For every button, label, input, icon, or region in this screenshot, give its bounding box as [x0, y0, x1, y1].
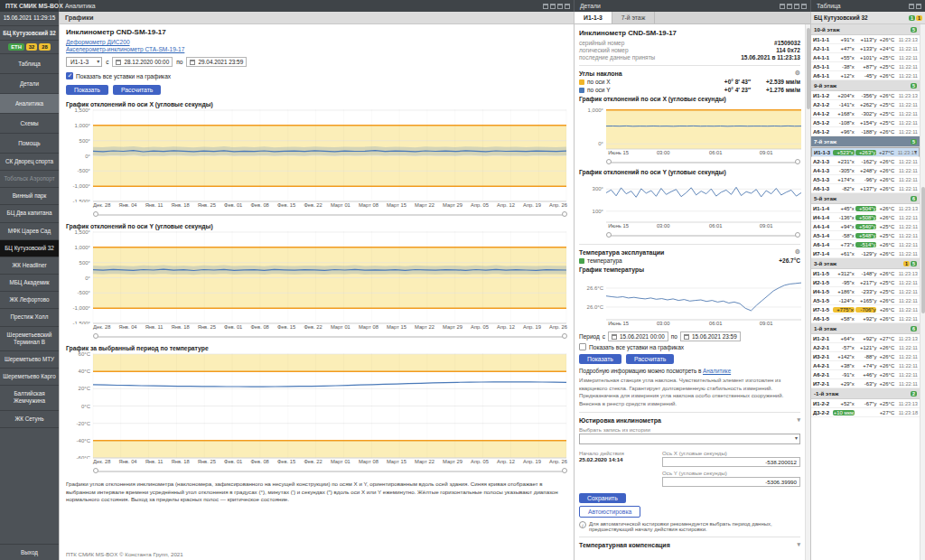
- dock-layout-icon[interactable]: [557, 4, 563, 9]
- sensor-row[interactable]: А6-1-2+96″x-188″y+26°C11:22:11: [811, 127, 920, 136]
- scrollbar-thumb[interactable]: [921, 187, 925, 313]
- floor-header[interactable]: -1-й этаж2: [811, 388, 920, 399]
- slider-handle-left[interactable]: [606, 159, 612, 164]
- sensor-row[interactable]: А5-1-4-58″x+548″y+25°C11:22:11: [811, 231, 920, 240]
- chart-range-slider[interactable]: [93, 210, 567, 219]
- sidebar-object-item[interactable]: Престиж Холл: [0, 309, 59, 326]
- sensor-row[interactable]: А6-1-1+12″x-45″y+26°C11:22:11: [811, 71, 920, 80]
- sensor-row[interactable]: А5-1-5-124″x+165″y+26°C11:22:11: [811, 296, 920, 305]
- gear-icon[interactable]: ⚙: [795, 248, 800, 256]
- dock-layout-icon[interactable]: [916, 4, 921, 9]
- slider-handle-right[interactable]: [562, 468, 567, 473]
- deformometer-link[interactable]: Деформометр ДИС200: [66, 39, 567, 45]
- gear-icon[interactable]: ⚙: [795, 70, 800, 77]
- dock-layout-icon[interactable]: [794, 4, 799, 9]
- scrollbar-thumb[interactable]: [807, 28, 810, 109]
- dock-layout-icon[interactable]: [550, 4, 556, 9]
- details-scrollbar[interactable]: [805, 24, 810, 560]
- sensor-row[interactable]: И2-1-5-95″x+217″y+25°C11:22:11: [811, 278, 920, 287]
- sidebar-object-item[interactable]: Балтийская Жемчужина: [0, 386, 59, 410]
- slider-handle-left[interactable]: [93, 468, 98, 473]
- dock-layout-icon[interactable]: [801, 4, 807, 9]
- sensor-row[interactable]: А2-1-2-141″x+262″y+25°C11:22:11: [811, 100, 920, 109]
- sidebar-nav-item[interactable]: Таблица: [0, 54, 59, 74]
- sensor-row[interactable]: И3-2-1+142″x-88″y+26°C11:22:11: [811, 352, 920, 361]
- slider-handle-right[interactable]: [562, 211, 567, 217]
- sensor-row[interactable]: А4-1-1+55″x+101″y+25°C11:22:11: [811, 53, 920, 62]
- sensor-row[interactable]: А6-1-4+73″x-514″y+26°C11:22:11: [811, 240, 920, 249]
- sensor-row[interactable]: А2-2-1-57″x+121″y+26°C11:22:11: [811, 343, 920, 352]
- adjustment-section-header[interactable]: Юстировка инклинометра▾: [579, 412, 800, 424]
- sidebar-nav-item[interactable]: Детали: [0, 74, 59, 94]
- sensor-row[interactable]: И7-1-4+61″x-129″y+26°C11:22:11: [811, 249, 920, 258]
- sensor-row[interactable]: А6-1-3-82″x+137″y+26°C11:22:11: [811, 184, 920, 193]
- calculate-button[interactable]: Рассчитать: [626, 354, 674, 364]
- analytics-link[interactable]: Аналитике: [703, 368, 731, 374]
- sidebar-object-item[interactable]: МБЦ Академик: [0, 275, 59, 292]
- sensor-row[interactable]: И4-1-5+186″x-233″y+25°C11:22:11: [811, 287, 920, 296]
- sensor-row[interactable]: И1-1-5+312″x-148″y+26°C11:23:13: [811, 269, 920, 278]
- sensor-row[interactable]: А4-1-3-305″x+248″y+26°C11:22:11: [811, 166, 920, 175]
- slider-handle-left[interactable]: [606, 232, 612, 238]
- chart-range-slider[interactable]: [606, 158, 800, 166]
- slider-handle-right[interactable]: [562, 333, 567, 339]
- show-setpoints-checkbox[interactable]: [66, 72, 73, 79]
- sensor-row[interactable]: И7-1-5+775″x-706″y+26°C11:22:11: [811, 305, 920, 314]
- sidebar-nav-item[interactable]: Помощь: [0, 134, 59, 154]
- chart-range-slider[interactable]: [93, 467, 567, 475]
- sidebar-object-item[interactable]: ЖК Лефортово: [0, 292, 59, 309]
- sidebar-object-item[interactable]: ЖК Headliner: [0, 257, 59, 275]
- sensor-row[interactable]: И1-1-4+45″x+504″y+26°C11:23:13: [811, 204, 920, 213]
- chart-range-slider[interactable]: [93, 332, 567, 341]
- sensor-row[interactable]: И1-1-3+523″x+263″y+27°C11:23:13: [811, 147, 920, 157]
- sensor-row[interactable]: А5-1-3+174″x-96″y+26°C11:22:11: [811, 175, 920, 184]
- sensor-row[interactable]: И1-2-1+64″x+92″y+27°C11:23:13: [811, 334, 920, 343]
- sensor-select[interactable]: И1-1-3: [66, 57, 102, 67]
- chart-range-slider[interactable]: [606, 231, 800, 239]
- slider-handle-left[interactable]: [93, 333, 98, 339]
- dock-layout-icon[interactable]: [787, 4, 792, 9]
- sidebar-object-item[interactable]: Шереметьево Карго: [0, 369, 59, 386]
- sidebar-nav-item[interactable]: Схемы: [0, 114, 59, 134]
- axis-x-adjustment-input[interactable]: -538.200012: [662, 457, 800, 467]
- top-tab-analytics[interactable]: Аналитика: [60, 3, 96, 9]
- sidebar-object-item[interactable]: Винный парк: [0, 188, 59, 205]
- chevron-down-icon[interactable]: ▾: [797, 541, 800, 548]
- sidebar-nav-item[interactable]: Аналитика: [0, 94, 59, 114]
- floor-header[interactable]: 10-й этаж5: [811, 24, 920, 35]
- tab-floor[interactable]: 7-й этаж: [612, 12, 655, 23]
- sensor-row[interactable]: А2-1-1+47″x+133″y+24°C11:22:11: [811, 44, 920, 53]
- sidebar-object-item[interactable]: Тобольск Аэропорт: [0, 171, 59, 188]
- sensor-row[interactable]: И4-1-4-136″x+508″y+26°C11:22:11: [811, 213, 920, 222]
- date-from-input[interactable]: 28.12.2020 00:00: [112, 57, 173, 67]
- slider-handle-right[interactable]: [795, 232, 800, 238]
- dock-layout-icon[interactable]: [543, 4, 548, 9]
- sidebar-object-item[interactable]: СК Дворец спорта: [0, 154, 59, 171]
- sensor-row[interactable]: А4-1-4+94″x+540″y+25°C11:22:11: [811, 222, 920, 231]
- sidebar-object-item[interactable]: МФК Царев Сад: [0, 223, 59, 240]
- logout-button[interactable]: Выход: [0, 544, 59, 560]
- dock-layout-icon[interactable]: [565, 4, 570, 9]
- dock-layout-icon[interactable]: [909, 4, 914, 9]
- table-scrollbar[interactable]: [920, 24, 925, 560]
- floor-header[interactable]: 9-й этаж5: [811, 80, 920, 91]
- sensor-row[interactable]: А2-1-3+231″x-162″y+26°C11:22:11: [811, 157, 920, 166]
- sensor-row[interactable]: И7-2-1+29″x-63″y+26°C11:22:11: [811, 379, 920, 388]
- date-to-input[interactable]: 29.04.2021 23:59: [186, 57, 247, 67]
- floor-header[interactable]: 1-й этаж6: [811, 323, 920, 334]
- temp-compensation-section-header[interactable]: Температурная компенсация▾: [579, 537, 800, 548]
- sidebar-object-item[interactable]: БЦ Кутузовский 32: [0, 240, 59, 257]
- calculate-button[interactable]: Рассчитать: [113, 85, 161, 95]
- axis-y-adjustment-input[interactable]: -5306.39990: [662, 477, 800, 487]
- sensor-row[interactable]: А6-1-5+58″x+92″y+26°C11:22:11: [811, 314, 920, 323]
- chevron-down-icon[interactable]: ▾: [797, 416, 800, 424]
- auto-adjustment-button[interactable]: Автоюстировка: [579, 506, 640, 518]
- show-button[interactable]: Показать: [66, 85, 108, 95]
- save-button[interactable]: Сохранить: [579, 493, 626, 503]
- sidebar-current-object-button[interactable]: БЦ Кутузовский 32: [0, 26, 59, 41]
- history-select[interactable]: [579, 434, 800, 444]
- floor-header[interactable]: 5-й этаж6: [811, 193, 920, 204]
- floor-header[interactable]: 3-й этаж15: [811, 258, 920, 269]
- tab-sensor[interactable]: И1-1-3: [575, 12, 612, 23]
- period-to-input[interactable]: 15.06.2021 23:59: [680, 331, 741, 341]
